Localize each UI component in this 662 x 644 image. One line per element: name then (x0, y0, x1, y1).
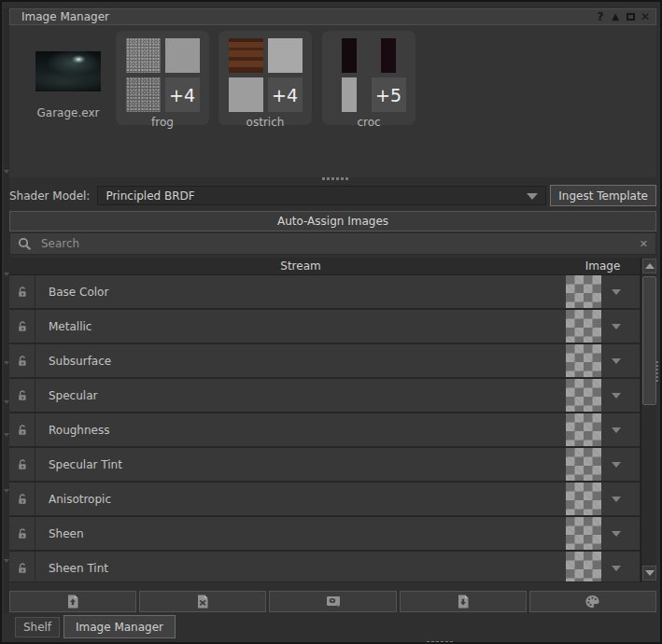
image-label: ostrich (246, 116, 285, 129)
search-input[interactable] (39, 236, 640, 251)
triangle-down-icon (645, 570, 655, 576)
auto-assign-images-button[interactable]: Auto-Assign Images (9, 211, 656, 231)
dropdown-arrow-icon[interactable] (612, 462, 621, 468)
lock-cell[interactable] (9, 552, 35, 581)
lock-cell[interactable] (9, 275, 35, 308)
table-header: Stream Image (9, 258, 640, 275)
stream-row[interactable]: Roughness (9, 413, 640, 446)
add-to-shelf-button[interactable] (529, 591, 656, 612)
texture-thumbnail[interactable] (126, 38, 161, 73)
texture-thumbnail[interactable] (332, 77, 367, 112)
unlock-icon (16, 493, 29, 506)
search-icon (18, 237, 32, 251)
scroll-up-button[interactable] (642, 259, 656, 273)
ingest-template-button[interactable]: Ingest Template (550, 185, 656, 206)
image-group-croc[interactable]: +5 croc (322, 31, 416, 125)
lock-cell[interactable] (9, 344, 35, 377)
tab-shelf[interactable]: Shelf (15, 617, 60, 637)
export-image-button[interactable] (400, 591, 527, 612)
stream-row[interactable]: Sheen (9, 517, 640, 550)
image-swatch[interactable] (566, 517, 601, 550)
panel-splitter-handle[interactable] (322, 177, 348, 180)
close-icon[interactable]: ✕ (639, 10, 652, 23)
lock-cell[interactable] (9, 413, 35, 446)
titlebar[interactable]: Image Manager ? ▲ ✕ (9, 8, 656, 25)
more-images-badge[interactable]: +5 (372, 77, 406, 112)
image-swatch[interactable] (566, 275, 601, 308)
shader-model-dropdown[interactable]: Principled BRDF (97, 186, 546, 205)
stream-row[interactable]: Base Color (9, 275, 640, 308)
thumb-grid: +4 (229, 38, 303, 112)
thumbnail-image (229, 77, 263, 112)
image-item-garage[interactable]: Garage.exr (21, 51, 116, 119)
open-image-button[interactable] (9, 591, 136, 612)
lock-cell[interactable] (9, 310, 35, 343)
dropdown-arrow-icon[interactable] (612, 324, 621, 329)
stream-row[interactable]: Specular (9, 379, 640, 412)
stream-name: Base Color (35, 275, 566, 308)
stream-row[interactable]: Anisotropic (9, 483, 640, 515)
stream-row[interactable]: Subsurface (9, 344, 640, 377)
dropdown-arrow-icon[interactable] (612, 566, 621, 571)
thumbnail-image (126, 77, 161, 112)
stream-name: Specular (35, 379, 566, 412)
shader-model-row: Shader Model: Principled BRDF Ingest Tem… (9, 185, 656, 206)
thumbnail-image (342, 77, 357, 112)
document-up-arrow-icon (65, 594, 80, 609)
scrollbar-thumb[interactable] (642, 276, 656, 405)
garage-thumbnail[interactable] (35, 51, 101, 91)
image-group-ostrich[interactable]: +4 ostrich (218, 31, 312, 125)
restore-window-icon[interactable] (624, 10, 637, 23)
image-swatch[interactable] (566, 483, 601, 515)
image-swatch[interactable] (566, 344, 601, 377)
stream-row[interactable]: Metallic (9, 310, 640, 343)
dropdown-arrow-icon[interactable] (612, 393, 621, 399)
texture-thumbnail[interactable] (372, 38, 406, 73)
dropdown-arrow-icon[interactable] (612, 531, 621, 537)
document-x-icon (195, 594, 210, 609)
vertical-scrollbar[interactable] (641, 258, 656, 582)
texture-thumbnail[interactable] (229, 77, 263, 112)
lock-cell[interactable] (9, 483, 35, 515)
close-image-button[interactable] (139, 591, 266, 612)
unlock-icon (16, 389, 29, 402)
right-edge-splitter[interactable] (655, 361, 658, 382)
image-cell (566, 379, 640, 412)
lock-cell[interactable] (9, 448, 35, 481)
image-label: croc (357, 116, 380, 129)
dropdown-arrow-icon[interactable] (612, 427, 621, 433)
stream-row[interactable]: Sheen Tint (9, 552, 640, 581)
thumbnail-image (268, 38, 303, 73)
pin-icon[interactable]: ▲ (609, 10, 622, 23)
dropdown-arrow-icon[interactable] (612, 358, 621, 364)
more-images-badge[interactable]: +4 (268, 77, 303, 112)
help-icon[interactable]: ? (594, 10, 607, 23)
stream-row[interactable]: Specular Tint (9, 448, 640, 481)
texture-thumbnail[interactable] (229, 38, 263, 73)
view-image-button[interactable] (269, 591, 396, 612)
image-swatch[interactable] (566, 379, 601, 412)
lock-cell[interactable] (9, 379, 35, 412)
more-images-badge[interactable]: +4 (165, 77, 200, 112)
texture-thumbnail[interactable] (126, 77, 161, 112)
lock-cell[interactable] (9, 517, 35, 550)
scroll-down-button[interactable] (642, 566, 656, 581)
image-cell (566, 413, 640, 446)
image-swatch[interactable] (566, 448, 601, 481)
image-swatch[interactable] (566, 310, 601, 343)
lock-column-header (9, 258, 35, 274)
texture-thumbnail[interactable] (332, 38, 367, 73)
tab-image-manager[interactable]: Image Manager (63, 615, 176, 638)
stream-name: Sheen Tint (35, 552, 566, 581)
image-swatch[interactable] (566, 552, 601, 581)
image-cell (566, 552, 640, 581)
image-group-frog[interactable]: +4 frog (116, 31, 209, 125)
clear-search-icon[interactable]: ✕ (640, 238, 648, 250)
dropdown-arrow-icon[interactable] (612, 289, 621, 295)
stream-column-header: Stream (35, 258, 566, 274)
texture-thumbnail[interactable] (268, 38, 303, 73)
texture-thumbnail[interactable] (165, 38, 200, 73)
image-swatch[interactable] (566, 413, 601, 446)
dropdown-arrow-icon[interactable] (612, 497, 621, 502)
image-manager-window: Image Manager ? ▲ ✕ Garage.exr +4 frog +… (0, 0, 662, 644)
